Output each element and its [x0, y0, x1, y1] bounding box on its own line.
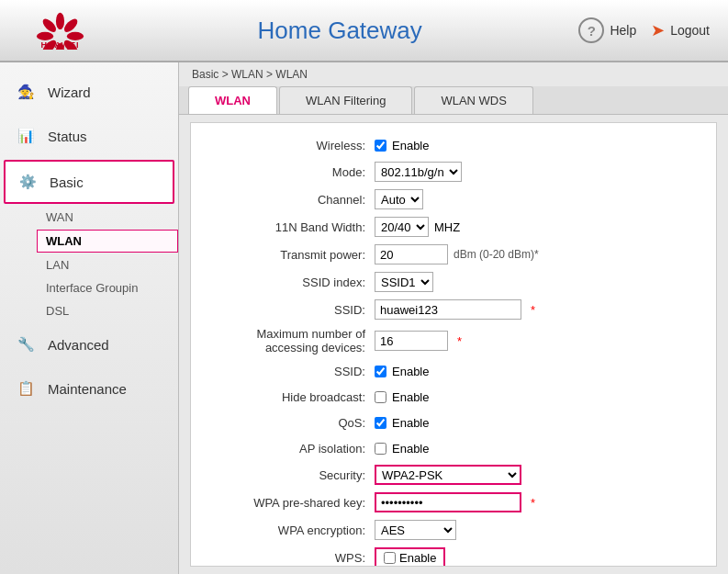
- qos-checkbox[interactable]: [375, 417, 386, 429]
- svg-point-7: [40, 17, 58, 34]
- wireless-label: Wireless:: [191, 139, 375, 152]
- breadcrumb: Basic > WLAN > WLAN: [179, 62, 728, 86]
- ssid-input[interactable]: [375, 299, 521, 320]
- ssid-index-row: SSID index: SSID1SSID2SSID3SSID4: [191, 268, 716, 296]
- wpa-key-row: WPA pre-shared key: *: [191, 489, 716, 516]
- bandwidth-row: 11N Band Width: 20/40 20 MHZ: [191, 213, 716, 241]
- sidebar-item-wizard[interactable]: 🧙 Wizard: [0, 70, 178, 114]
- wpa-encryption-label: WPA encryption:: [191, 523, 375, 537]
- hide-broadcast-field: Enable: [375, 390, 701, 404]
- header: HUAWEI Home Gateway ? Help ➤ Logout: [0, 0, 728, 62]
- ssid-required: *: [531, 303, 535, 317]
- sidebar-item-status[interactable]: 📊 Status: [0, 114, 178, 158]
- ssid-enable-label: SSID:: [191, 365, 375, 378]
- svg-point-6: [36, 32, 52, 40]
- ap-isolation-row: AP isolation: Enable: [191, 435, 716, 461]
- wizard-icon: 🧙: [13, 79, 39, 105]
- ssid-index-label: SSID index:: [191, 276, 375, 289]
- mode-select[interactable]: 802.11b/g/n 802.11b 802.11g 802.11n: [375, 162, 462, 182]
- wireless-checkbox[interactable]: [375, 140, 386, 152]
- brand-logo: HUAWEI: [18, 11, 101, 50]
- tab-wlan-filtering[interactable]: WLAN Filtering: [279, 86, 412, 114]
- max-devices-label: Maximum number ofaccessing devices:: [191, 327, 375, 355]
- advanced-icon: 🔧: [13, 332, 39, 357]
- transmit-power-row: Transmit power: dBm (0-20 dBm)*: [191, 241, 716, 268]
- wps-label: WPS:: [191, 551, 375, 565]
- help-icon: ?: [578, 17, 604, 43]
- status-icon: 📊: [13, 123, 39, 149]
- sidebar-sub-interface-grouping[interactable]: Interface Groupin: [37, 276, 178, 299]
- max-devices-field: *: [375, 331, 701, 351]
- sidebar-sub-wan[interactable]: WAN: [37, 206, 178, 229]
- transmit-power-hint: dBm (0-20 dBm)*: [454, 248, 539, 261]
- main-content: Basic > WLAN > WLAN WLAN WLAN Filtering …: [179, 62, 728, 574]
- sidebar-item-label: Wizard: [48, 84, 91, 100]
- ssid-enable-text: Enable: [392, 365, 429, 378]
- channel-select[interactable]: Auto 123: [375, 189, 423, 209]
- qos-row: QoS: Enable: [191, 410, 716, 435]
- logout-button[interactable]: ➤ Logout: [651, 20, 710, 40]
- ssid-value-field: *: [375, 299, 701, 320]
- help-label: Help: [610, 23, 636, 38]
- transmit-power-input[interactable]: [375, 244, 448, 264]
- maintenance-icon: 📋: [13, 376, 39, 401]
- sidebar-sub-dsl[interactable]: DSL: [37, 299, 178, 322]
- tab-wlan[interactable]: WLAN: [188, 86, 277, 114]
- mode-field: 802.11b/g/n 802.11b 802.11g 802.11n: [375, 162, 701, 182]
- wps-checkbox[interactable]: [384, 552, 396, 564]
- sidebar-item-label: Advanced: [48, 337, 109, 353]
- wpa-key-input[interactable]: [375, 492, 521, 512]
- mode-row: Mode: 802.11b/g/n 802.11b 802.11g 802.11…: [191, 158, 716, 186]
- sidebar-item-label: Basic: [50, 174, 84, 190]
- ssid-enable-field: Enable: [375, 365, 701, 378]
- ssid-value-row: SSID: *: [191, 296, 716, 323]
- ap-isolation-checkbox[interactable]: [375, 443, 386, 455]
- bandwidth-label: 11N Band Width:: [191, 220, 375, 234]
- sidebar-item-maintenance[interactable]: 📋 Maintenance: [0, 366, 178, 411]
- bandwidth-select[interactable]: 20/40 20: [375, 217, 429, 237]
- wpa-encryption-select[interactable]: AES TKIP AES+TKIP: [375, 520, 456, 540]
- ssid-index-select[interactable]: SSID1SSID2SSID3SSID4: [375, 272, 433, 292]
- tab-wlan-wds[interactable]: WLAN WDS: [414, 86, 533, 114]
- hide-broadcast-row: Hide broadcast: Enable: [191, 384, 716, 410]
- sidebar-sub-wlan[interactable]: WLAN: [37, 230, 178, 253]
- hide-broadcast-checkbox[interactable]: [375, 391, 386, 403]
- svg-point-2: [66, 32, 83, 40]
- logout-icon: ➤: [651, 20, 665, 40]
- wpa-key-label: WPA pre-shared key:: [191, 496, 375, 510]
- wps-row: WPS: Enable: [191, 544, 716, 567]
- ssid-enable-checkbox[interactable]: [375, 366, 386, 377]
- svg-point-0: [55, 13, 63, 29]
- security-select[interactable]: WPA2-PSK WPA-PSK WEP None: [375, 465, 521, 485]
- header-actions: ? Help ➤ Logout: [578, 17, 710, 43]
- body-area: 🧙 Wizard 📊 Status ⚙️ Basic WAN WLAN LAN …: [0, 62, 728, 574]
- transmit-power-field: dBm (0-20 dBm)*: [375, 244, 701, 264]
- header-title: Home Gateway: [101, 17, 578, 45]
- logout-label: Logout: [670, 23, 710, 38]
- transmit-power-label: Transmit power:: [191, 248, 375, 262]
- sidebar-item-basic[interactable]: ⚙️ Basic: [4, 160, 174, 204]
- mode-label: Mode:: [191, 165, 375, 179]
- wps-text: Enable: [399, 551, 436, 565]
- help-button[interactable]: ? Help: [578, 17, 636, 43]
- ap-isolation-field: Enable: [375, 442, 701, 456]
- max-devices-input[interactable]: [375, 331, 448, 351]
- ap-isolation-label: AP isolation:: [191, 442, 375, 456]
- svg-text:HUAWEI: HUAWEI: [40, 40, 79, 50]
- bandwidth-unit: MHZ: [434, 220, 460, 234]
- ssid-index-field: SSID1SSID2SSID3SSID4: [375, 272, 701, 292]
- wpa-encryption-row: WPA encryption: AES TKIP AES+TKIP: [191, 516, 716, 544]
- security-label: Security:: [191, 468, 375, 482]
- wpa-key-field: *: [375, 492, 701, 512]
- qos-field: Enable: [375, 416, 701, 430]
- sidebar: 🧙 Wizard 📊 Status ⚙️ Basic WAN WLAN LAN …: [0, 62, 179, 574]
- sidebar-sub-lan[interactable]: LAN: [37, 253, 178, 276]
- channel-label: Channel:: [191, 193, 375, 207]
- bandwidth-field: 20/40 20 MHZ: [375, 217, 701, 237]
- wireless-field: Enable: [375, 139, 701, 152]
- sidebar-item-advanced[interactable]: 🔧 Advanced: [0, 322, 178, 366]
- max-devices-required: *: [457, 334, 462, 348]
- wps-field: Enable: [375, 547, 701, 567]
- channel-field: Auto 123: [375, 189, 701, 209]
- ssid-enable-row: SSID: Enable: [191, 358, 716, 384]
